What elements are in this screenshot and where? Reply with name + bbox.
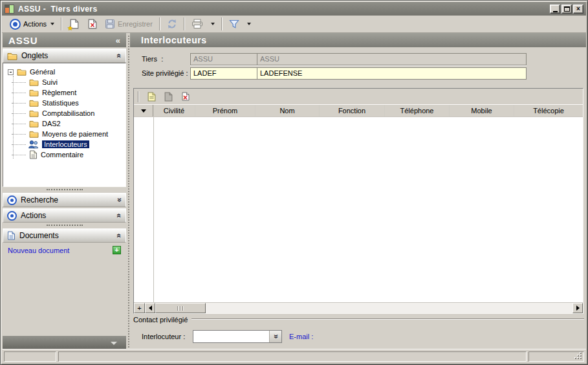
- documents-section-label: Documents: [19, 231, 113, 240]
- toolbar-separator: [184, 17, 185, 30]
- status-bar: [2, 349, 586, 363]
- tree-item-label-selected: Interlocuteurs: [42, 140, 89, 148]
- folder-icon: [29, 99, 39, 107]
- tree-item-commentaire[interactable]: Commentaire: [5, 149, 124, 160]
- bullseye-dot: [10, 199, 14, 202]
- add-row-button[interactable]: +: [134, 303, 145, 313]
- new-record-button[interactable]: ★: [65, 17, 83, 31]
- window-controls: ×: [550, 5, 583, 14]
- scroll-right-button[interactable]: [572, 303, 583, 313]
- toolbar-grip: [138, 91, 139, 102]
- combobox-value[interactable]: [193, 331, 269, 342]
- new-page-icon: [147, 92, 156, 102]
- tree-item-general[interactable]: Général: [5, 67, 124, 77]
- site-code-field[interactable]: LADEF: [191, 68, 257, 79]
- section-header-recherche[interactable]: Recherche «: [3, 193, 126, 207]
- sidebar-overflow-bar[interactable]: [3, 336, 126, 350]
- column-header-nom[interactable]: Nom: [256, 105, 320, 116]
- recherche-section-label: Recherche: [21, 195, 113, 205]
- scroll-left-button[interactable]: [145, 303, 155, 313]
- groupbox-line: [191, 318, 584, 320]
- column-header-telephone[interactable]: Téléphone: [385, 105, 450, 116]
- column-header-fonction[interactable]: Fonction: [320, 105, 385, 116]
- new-document-row: Nouveau document +: [3, 243, 126, 256]
- bullseye-icon: [7, 211, 17, 221]
- section-resize-grip[interactable]: [3, 223, 126, 227]
- chevron-down-icon: [50, 23, 54, 25]
- column-header-prenom[interactable]: Prénom: [195, 105, 256, 116]
- status-panel-middle: [58, 351, 527, 362]
- maximize-icon: [564, 6, 570, 12]
- collapse-sidebar-icon[interactable]: «: [116, 36, 120, 45]
- print-options-button[interactable]: [206, 17, 218, 31]
- site-field-row: LADEF LADEFENSE: [190, 67, 527, 80]
- chevron-down-icon: «: [272, 335, 279, 339]
- grid-add-button[interactable]: [145, 90, 158, 103]
- section-header-onglets[interactable]: Onglets «: [3, 49, 126, 63]
- section-resize-grip[interactable]: [3, 187, 126, 192]
- column-header-telecopie[interactable]: Télécopie: [514, 105, 583, 116]
- status-panel-right: [528, 351, 584, 362]
- scrollbar-thumb[interactable]: [155, 303, 206, 313]
- tree-connector-stub: [12, 134, 26, 135]
- page-header: Interlocuteurs: [130, 33, 586, 47]
- triangle-right-icon: [576, 305, 580, 311]
- collapse-node-icon[interactable]: [8, 69, 14, 75]
- chevron-down-icon: [141, 109, 146, 113]
- filter-icon: [229, 19, 239, 28]
- tree-item-interlocuteurs[interactable]: Interlocuteurs: [5, 139, 124, 149]
- onglets-section-label: Onglets: [21, 51, 113, 60]
- grid-header-row: Civilité Prénom Nom Fonction Téléphone M…: [134, 105, 583, 117]
- save-label: Enregistrer: [118, 20, 153, 28]
- combobox-dropdown-button[interactable]: «: [269, 331, 281, 342]
- add-document-button[interactable]: +: [113, 246, 121, 254]
- section-header-actions[interactable]: Actions «: [3, 208, 126, 223]
- row-selector-header[interactable]: [134, 105, 153, 116]
- sidebar-header: ASSU «: [3, 33, 126, 47]
- delete-record-button[interactable]: ×: [83, 17, 102, 31]
- chevron-up-icon[interactable]: «: [116, 214, 124, 218]
- section-header-documents[interactable]: Documents «: [3, 228, 126, 243]
- resize-grip-icon[interactable]: [580, 358, 582, 359]
- chevron-down-icon: [211, 23, 215, 25]
- grid-edit-button[interactable]: [162, 90, 175, 103]
- filter-options-button[interactable]: [243, 17, 254, 31]
- tree-item-statistiques[interactable]: Statistiques: [5, 98, 124, 108]
- column-header-mobile[interactable]: Mobile: [450, 105, 514, 116]
- actions-menu-button[interactable]: Actions: [6, 17, 58, 31]
- filter-button[interactable]: [226, 17, 243, 31]
- grip-dots: [47, 189, 83, 190]
- tree-item-das2[interactable]: DAS2: [5, 118, 124, 129]
- save-button[interactable]: Enregistrer: [102, 17, 156, 31]
- scrollbar-track[interactable]: [206, 303, 572, 313]
- save-icon: [105, 19, 115, 29]
- actions-menu-label: Actions: [23, 20, 47, 28]
- close-button[interactable]: ×: [573, 5, 583, 14]
- interlocuteurs-grid: × Civilité Prénom Nom Fonction Téléphone…: [133, 88, 583, 314]
- maximize-button[interactable]: [561, 5, 572, 14]
- column-header-civilite[interactable]: Civilité: [153, 105, 195, 116]
- red-cross-icon: ×: [91, 21, 95, 29]
- tree-item-comptabilisation[interactable]: Comptabilisation: [5, 108, 124, 118]
- tree-item-suivi[interactable]: Suivi: [5, 77, 124, 87]
- minimize-button[interactable]: [550, 5, 560, 14]
- new-document-link[interactable]: Nouveau document: [8, 247, 69, 254]
- tree-item-moyens-de-paiement[interactable]: Moyens de paiement: [5, 129, 124, 139]
- refresh-button[interactable]: [164, 17, 180, 31]
- chevron-up-icon[interactable]: «: [116, 54, 124, 58]
- print-button[interactable]: [188, 17, 206, 31]
- tree-connector-stub: [12, 113, 26, 114]
- tree-item-label: Moyens de paiement: [42, 130, 108, 138]
- note-icon: [29, 150, 38, 159]
- grid-body-empty[interactable]: [134, 117, 583, 302]
- grid-delete-button[interactable]: ×: [179, 90, 192, 103]
- site-name-field[interactable]: LADEFENSE: [257, 68, 526, 79]
- bullseye-icon: [10, 19, 21, 30]
- chevron-up-icon[interactable]: «: [116, 234, 124, 238]
- chevron-down-icon[interactable]: «: [116, 198, 124, 203]
- actions-section-label: Actions: [21, 211, 113, 220]
- page-title: Interlocuteurs: [141, 35, 207, 45]
- window-title: ASSU - Tiers divers: [18, 5, 98, 14]
- interlocuteur-combobox[interactable]: «: [193, 330, 282, 343]
- tree-item-reglement[interactable]: Règlement: [5, 87, 124, 98]
